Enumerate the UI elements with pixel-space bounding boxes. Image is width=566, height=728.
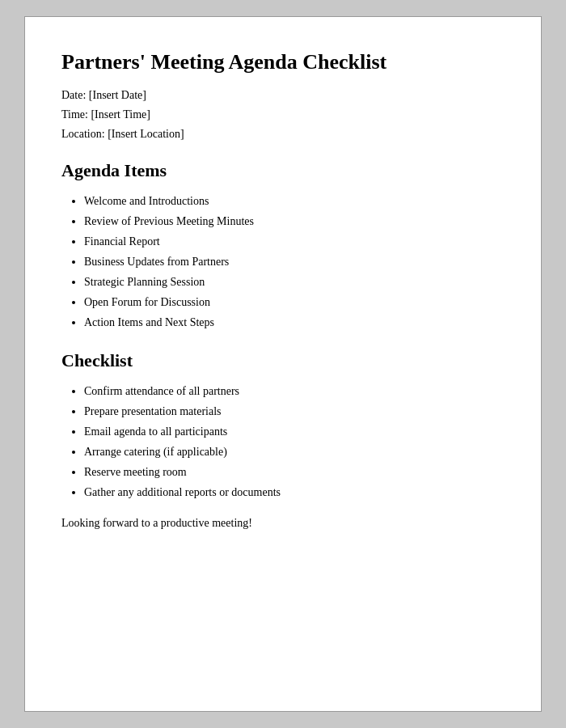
document-title: Partners' Meeting Agenda Checklist: [61, 49, 505, 74]
list-item: Action Items and Next Steps: [84, 314, 505, 331]
date-field: Date: [Insert Date]: [61, 89, 505, 102]
document-container: Partners' Meeting Agenda Checklist Date:…: [24, 16, 542, 712]
list-item: Prepare presentation materials: [84, 403, 505, 420]
checklist-list: Confirm attendance of all partners Prepa…: [61, 383, 505, 501]
agenda-list: Welcome and Introductions Review of Prev…: [61, 193, 505, 331]
list-item: Open Forum for Discussion: [84, 294, 505, 311]
list-item: Financial Report: [84, 233, 505, 250]
list-item: Email agenda to all participants: [84, 423, 505, 440]
list-item: Business Updates from Partners: [84, 253, 505, 270]
list-item: Confirm attendance of all partners: [84, 383, 505, 400]
list-item: Review of Previous Meeting Minutes: [84, 213, 505, 230]
list-item: Arrange catering (if applicable): [84, 443, 505, 460]
list-item: Reserve meeting room: [84, 463, 505, 480]
location-field: Location: [Insert Location]: [61, 128, 505, 141]
checklist-section-heading: Checklist: [61, 350, 505, 371]
closing-text: Looking forward to a productive meeting!: [61, 517, 505, 530]
time-field: Time: [Insert Time]: [61, 108, 505, 121]
list-item: Welcome and Introductions: [84, 193, 505, 210]
list-item: Strategic Planning Session: [84, 273, 505, 290]
list-item: Gather any additional reports or documen…: [84, 484, 505, 501]
agenda-section-heading: Agenda Items: [61, 160, 505, 181]
